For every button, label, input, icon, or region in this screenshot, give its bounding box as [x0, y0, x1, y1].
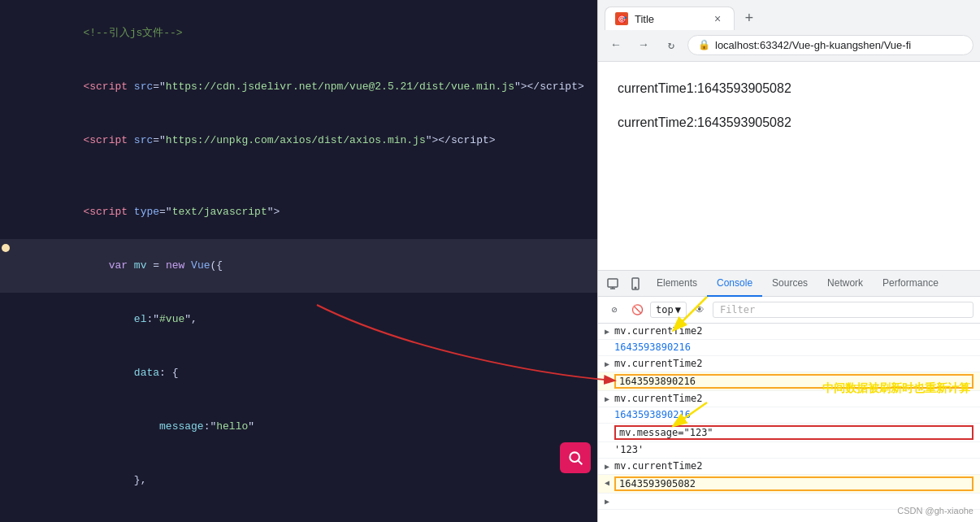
devtools-inspect-btn[interactable]	[601, 272, 624, 295]
code-line-6: el:"#vue",	[0, 293, 597, 346]
expand-arrow-5[interactable]: ▶	[605, 394, 614, 403]
console-row-4: ◀ 1643593890216	[598, 372, 980, 391]
tag-span-2: <script	[83, 80, 133, 93]
tab-favicon: 🎯	[615, 12, 628, 25]
console-row-3: ▶ mv.currentTime2	[598, 356, 980, 372]
tab-sources-label: Sources	[772, 277, 808, 289]
devtools-tab-network[interactable]: Network	[817, 271, 873, 297]
svg-point-6	[635, 287, 636, 289]
expand-arrow-9[interactable]: ▶	[605, 462, 614, 471]
devtools-panel: Elements Console Sources Network Perform…	[598, 270, 980, 522]
console-row-10: ◀ 1643593905082	[598, 475, 980, 494]
clear-console-btn[interactable]: ⊘	[605, 300, 624, 320]
context-dropdown-icon: ▼	[675, 304, 681, 315]
console-text-3: mv.currentTime2	[614, 358, 973, 369]
comment-span: <!--引入js文件-->	[83, 27, 182, 39]
no-arrow-2	[605, 343, 614, 352]
new-tab-button[interactable]: +	[738, 7, 761, 30]
lock-icon: 🔒	[698, 39, 710, 50]
svg-line-1	[579, 461, 583, 465]
search-icon	[567, 450, 583, 466]
code-line-1: <!--引入js文件-->	[0, 7, 597, 60]
filter-placeholder: Filter	[720, 304, 755, 315]
browser-chrome: 🎯 Title × + ← → ↻ 🔒 localhost:63342/Vue-…	[598, 0, 980, 62]
code-line-10: methods:{	[0, 507, 597, 522]
svg-point-0	[570, 452, 579, 462]
code-line-9: },	[0, 454, 597, 507]
console-text-2: 1643593890216	[614, 341, 973, 353]
console-row-1: ▶ mv.currentTime2	[598, 324, 980, 340]
context-select[interactable]: top ▼	[650, 302, 687, 318]
no-arrow-6	[605, 411, 614, 420]
console-row-9: ▶ mv.currentTime2	[598, 459, 980, 475]
code-line-7: data: {	[0, 346, 597, 400]
forward-button[interactable]: →	[632, 33, 655, 56]
devtools-tab-elements[interactable]: Elements	[647, 271, 707, 297]
devtools-device-btn[interactable]	[624, 272, 647, 295]
console-text-10: 1643593905082	[614, 476, 973, 491]
browser-tabs: 🎯 Title × +	[598, 0, 980, 30]
expand-arrow-11[interactable]: ▶	[605, 497, 614, 506]
tab-title: Title	[635, 13, 654, 25]
breakpoint-indicator	[2, 244, 10, 252]
address-text: localhost:63342/Vue-gh-kuangshen/Vue-fi	[715, 39, 911, 51]
address-bar[interactable]: 🔒 localhost:63342/Vue-gh-kuangshen/Vue-f…	[687, 35, 973, 55]
tab-close-button[interactable]: ×	[711, 12, 724, 25]
context-label: top	[656, 304, 674, 315]
console-row-6: 1643593890216	[598, 407, 980, 424]
code-line-blank1	[0, 167, 597, 185]
line-content-2: <script src="https://cdn.jsdelivr.net/np…	[26, 60, 591, 114]
filter-btn[interactable]: 🚫	[627, 300, 647, 320]
expand-arrow-3[interactable]: ▶	[605, 359, 614, 368]
browser-page: currentTime1:1643593905082 currentTime2:…	[598, 62, 980, 270]
tab-network-label: Network	[827, 277, 863, 289]
current-time-1: currentTime1:1643593905082	[618, 78, 960, 99]
line-content-1: <!--引入js文件-->	[26, 7, 591, 60]
code-area: <!--引入js文件--> <script src="https://cdn.j…	[0, 0, 597, 522]
devtools-tab-console[interactable]: Console	[707, 271, 762, 297]
refresh-button[interactable]: ↻	[660, 33, 683, 56]
code-line-3: <script src="https://unpkg.com/axios/dis…	[0, 114, 597, 167]
no-arrow-8	[605, 446, 614, 455]
current-time-2: currentTime2:1643593905082	[618, 112, 960, 133]
console-text-9: mv.currentTime2	[614, 460, 973, 472]
csdn-watermark: CSDN @gh-xiaohe	[897, 506, 973, 515]
attr-span-2: src	[134, 80, 153, 93]
console-row-2: 1643593890216	[598, 340, 980, 356]
svg-rect-2	[608, 279, 618, 287]
console-row-7: mv.message="123"	[598, 424, 980, 442]
console-text-8: '123'	[614, 444, 973, 455]
no-arrow-7	[605, 427, 614, 436]
browser-toolbar: ← → ↻ 🔒 localhost:63342/Vue-gh-kuangshen…	[598, 30, 980, 61]
tab-performance-label: Performance	[882, 277, 939, 289]
collapse-arrow-4[interactable]: ◀	[605, 376, 614, 385]
filter-input[interactable]: Filter	[713, 302, 973, 318]
code-line-4: <script type="text/javascript">	[0, 185, 597, 239]
expand-arrow-1[interactable]: ▶	[605, 327, 614, 336]
line-content-3: <script src="https://unpkg.com/axios/dis…	[26, 114, 591, 167]
tab-console-label: Console	[717, 277, 752, 289]
eye-btn[interactable]: 👁	[690, 300, 709, 320]
code-panel: <!--引入js文件--> <script src="https://cdn.j…	[0, 0, 597, 522]
console-row-8: '123'	[598, 442, 980, 459]
console-text-5: mv.currentTime2	[614, 393, 973, 404]
collapse-arrow-10[interactable]: ◀	[605, 478, 614, 487]
console-text-4: 1643593890216	[614, 374, 973, 389]
browser-tab[interactable]: 🎯 Title ×	[605, 7, 735, 30]
browser-panel: 🎯 Title × + ← → ↻ 🔒 localhost:63342/Vue-…	[597, 0, 980, 522]
console-text-1: mv.currentTime2	[614, 325, 973, 337]
devtools-tab-sources[interactable]: Sources	[762, 271, 817, 297]
code-line-8: message:"hello"	[0, 400, 597, 454]
search-button[interactable]	[560, 442, 591, 473]
console-text-7: mv.message="123"	[614, 425, 973, 440]
code-line-2: <script src="https://cdn.jsdelivr.net/np…	[0, 60, 597, 114]
code-line-5: var mv = new Vue({	[0, 239, 597, 293]
console-toolbar: ⊘ 🚫 top ▼ 👁 Filter	[598, 297, 980, 324]
back-button[interactable]: ←	[605, 33, 627, 56]
console-output: ▶ mv.currentTime2 1643593890216 ▶ mv.cur…	[598, 324, 980, 522]
tab-elements-label: Elements	[657, 277, 697, 289]
console-row-5: ▶ mv.currentTime2	[598, 391, 980, 407]
devtools-tabs: Elements Console Sources Network Perform…	[598, 271, 980, 297]
devtools-tab-performance[interactable]: Performance	[873, 271, 948, 297]
console-text-6: 1643593890216	[614, 409, 973, 420]
